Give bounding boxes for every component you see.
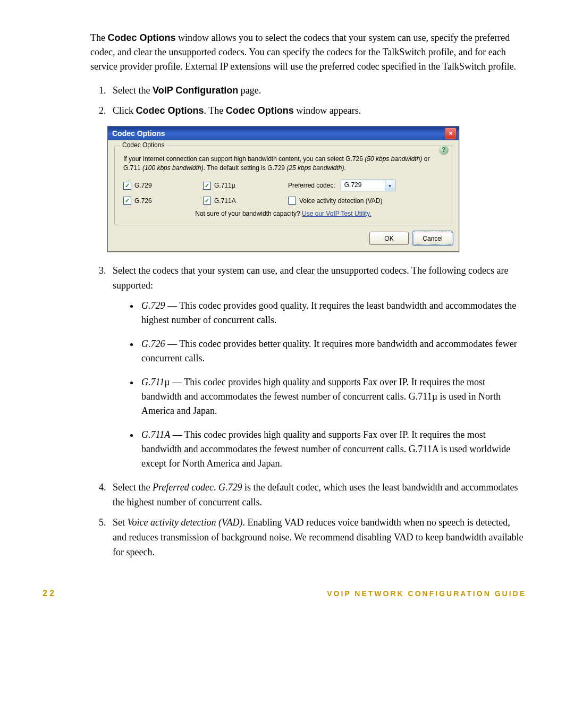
bullet-g711a: G.711A — This codec provides high qualit… <box>139 428 526 471</box>
step-1: Select the VoIP Configuration page. <box>108 83 526 98</box>
italic-text: G.729 <box>218 482 242 493</box>
text: The <box>90 32 107 43</box>
text: page. <box>238 85 261 96</box>
bullet-g726: G.726 — This codec provides better quali… <box>139 337 526 366</box>
bold-term: Codec Options <box>136 105 204 116</box>
bold-term: Codec Options <box>107 32 175 43</box>
text: Click <box>113 105 136 116</box>
text: Select the codecs that your system can u… <box>113 265 508 291</box>
checkbox-icon <box>203 197 211 205</box>
italic-text: Voice activity detection (VAD) <box>128 517 243 528</box>
dialog-buttons: OK Cancel <box>114 232 452 245</box>
bandwidth-hint: Not sure of your bandwidth capacity? Use… <box>123 210 443 217</box>
checkbox-icon <box>288 197 296 205</box>
italic-text: (50 kbps bandwidth) <box>365 155 422 163</box>
italic-text: (25 kbps bandwidth) <box>286 164 344 172</box>
button-label: OK <box>384 235 393 242</box>
text: If your Internet connection can support … <box>123 155 365 163</box>
codec-row-2: G.726 G.711A Voice activity detection (V… <box>123 197 443 205</box>
codec-options-dialog: Codec Options × Codec Options ? If your … <box>107 126 459 252</box>
text: — This codec provides better quality. It… <box>141 338 517 363</box>
checkbox-label: G.711µ <box>214 182 235 189</box>
text: — This codec provides good quality. It r… <box>141 300 516 325</box>
bullet-g729: G.729 — This codec provides good quality… <box>139 299 526 327</box>
checkbox-g711u[interactable]: G.711µ <box>203 182 235 190</box>
step-3: Select the codecs that your system can u… <box>108 264 526 471</box>
dialog-body: Codec Options ? If your Internet connect… <box>108 140 459 252</box>
checkbox-vad[interactable]: Voice activity detection (VAD) <box>288 197 383 205</box>
italic-text: (100 kbps bandwidth) <box>142 164 204 172</box>
window-title: Codec Options <box>112 129 165 138</box>
codec-bullets: G.729 — This codec provides good quality… <box>124 299 526 471</box>
bold-term: VoIP Configuration <box>153 85 238 96</box>
select-value: G.729 <box>341 180 385 191</box>
question-mark-icon: ? <box>442 146 445 154</box>
preferred-codec-select[interactable]: G.729 ▾ <box>341 180 395 191</box>
info-text: If your Internet connection can support … <box>123 155 443 173</box>
preferred-codec-label: Preferred codec: <box>288 182 335 189</box>
close-button[interactable]: × <box>445 128 457 139</box>
group-title: Codec Options <box>120 141 166 149</box>
title-bar: Codec Options × <box>108 126 459 140</box>
checkbox-label: G.726 <box>134 197 152 205</box>
italic-text: G.711 <box>141 377 164 387</box>
steps-list-1-2: Select the VoIP Configuration page. Clic… <box>90 83 526 118</box>
footer-title: VOIP NETWORK CONFIGURATION GUIDE <box>327 589 526 598</box>
text: . The default setting is G.729 <box>204 164 287 172</box>
checkbox-label: G.711A <box>214 197 236 205</box>
step-4: Select the Preferred codec. G.729 is the… <box>108 480 526 510</box>
checkbox-icon <box>123 197 131 205</box>
checkbox-g726[interactable]: G.726 <box>123 197 152 205</box>
italic-text: G.711A <box>141 429 170 440</box>
close-icon: × <box>449 129 453 137</box>
text: µ — This codec provides high quality and… <box>141 377 501 416</box>
dialog-screenshot: Codec Options × Codec Options ? If your … <box>107 126 526 252</box>
text: . <box>344 164 345 172</box>
intro-paragraph: The Codec Options window allows you to s… <box>90 31 526 74</box>
help-icon[interactable]: ? <box>439 145 449 155</box>
italic-text: G.726 <box>141 338 165 349</box>
page-number: 22 <box>43 589 56 598</box>
checkbox-g729[interactable]: G.729 <box>123 182 152 190</box>
codec-row-1: G.729 G.711µ Preferred codec: G.729 ▾ <box>123 180 443 191</box>
step-5: Set Voice activity detection (VAD). Enab… <box>108 515 526 560</box>
steps-list-3-5: Select the codecs that your system can u… <box>90 264 526 560</box>
cancel-button[interactable]: Cancel <box>413 232 452 245</box>
chevron-down-icon: ▾ <box>385 180 395 191</box>
button-label: Cancel <box>423 235 442 242</box>
text: — This codec provides high quality and s… <box>141 429 510 469</box>
text: Select the <box>113 85 153 96</box>
checkbox-icon <box>203 182 211 190</box>
codec-options-group: Codec Options ? If your Internet connect… <box>114 146 452 226</box>
checkbox-label: Voice activity detection (VAD) <box>299 197 383 205</box>
text: window appears. <box>294 105 361 116</box>
ok-button[interactable]: OK <box>369 232 409 245</box>
text: . <box>214 482 218 493</box>
step-2: Click Codec Options. The Codec Options w… <box>108 104 526 118</box>
text: . The <box>204 105 226 116</box>
text: Not sure of your bandwidth capacity? <box>195 210 302 217</box>
italic-text: G.729 <box>141 300 165 311</box>
italic-text: Preferred codec <box>153 482 214 493</box>
bullet-g711u: G.711µ — This codec provides high qualit… <box>139 375 526 418</box>
page-footer: 22 VOIP NETWORK CONFIGURATION GUIDE <box>0 589 574 620</box>
voip-test-utility-link[interactable]: Use our VoIP Test Utility. <box>302 210 372 217</box>
text: Select the <box>113 482 153 493</box>
checkbox-label: G.729 <box>134 182 152 189</box>
text: Set <box>113 517 128 528</box>
checkbox-icon <box>123 182 131 190</box>
bold-term: Codec Options <box>226 105 294 116</box>
checkbox-g711a[interactable]: G.711A <box>203 197 236 205</box>
